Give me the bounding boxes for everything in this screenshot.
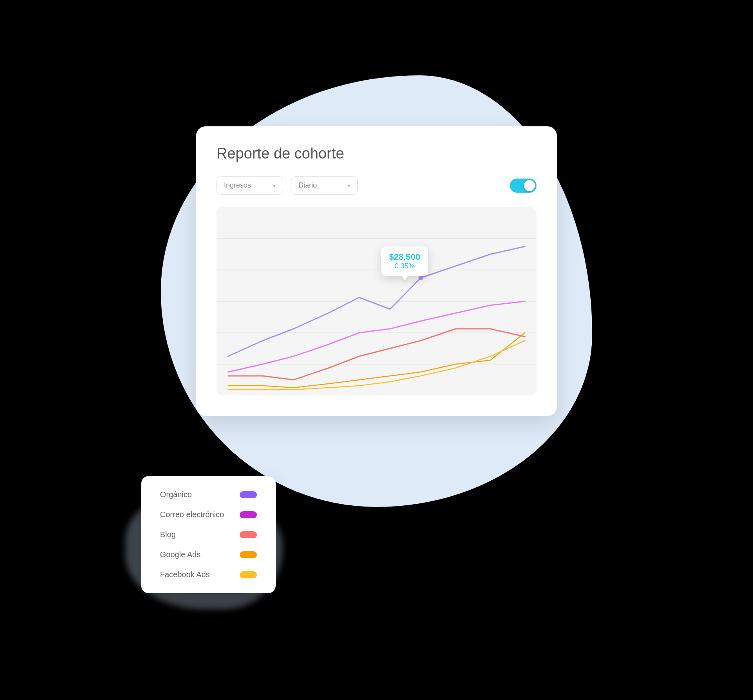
ingresos-label: Ingresos [224, 181, 251, 190]
google-ads-line [228, 333, 525, 388]
legend-item-blog: Blog [160, 530, 257, 539]
chevron-down-icon: ▾ [273, 182, 276, 189]
legend-label-correo: Correo electrónico [160, 510, 224, 519]
legend-item-correo: Correo electrónico [160, 510, 257, 519]
tooltip-value: $28,500 [389, 252, 420, 262]
legend-card: Orgánico Correo electrónico Blog Google … [141, 476, 276, 593]
legend-color-blog [240, 531, 257, 538]
legend-item-facebook-ads: Facebook Ads [160, 570, 257, 579]
tooltip-percent: 0.35% [389, 262, 420, 270]
facebook-ads-line [228, 341, 525, 390]
chart-svg [216, 207, 537, 396]
diario-label: Diario [298, 181, 317, 190]
controls-row: Ingresos ▾ Diario ▾ [216, 176, 537, 195]
chevron-down-icon-2: ▾ [347, 182, 350, 189]
legend-label-organico: Orgánico [160, 490, 192, 499]
page-title: Reporte de cohorte [216, 145, 537, 162]
diario-dropdown[interactable]: Diario ▾ [291, 176, 358, 195]
legend-label-facebook-ads: Facebook Ads [160, 570, 210, 579]
main-card: Reporte de cohorte Ingresos ▾ Diario ▾ [196, 126, 557, 416]
legend-label-google-ads: Google Ads [160, 550, 200, 559]
legend-color-organico [240, 491, 257, 498]
legend-color-correo [240, 511, 257, 518]
tooltip-dot [418, 275, 423, 280]
legend-label-blog: Blog [160, 530, 176, 539]
legend-color-facebook-ads [240, 571, 257, 578]
legend-item-google-ads: Google Ads [160, 550, 257, 559]
toggle-knob [524, 180, 535, 191]
ingresos-dropdown[interactable]: Ingresos ▾ [216, 176, 283, 195]
chart-tooltip: $28,500 0.35% [381, 246, 428, 276]
chart-area: $28,500 0.35% [216, 207, 537, 396]
legend-item-organico: Orgánico [160, 490, 257, 499]
toggle-switch[interactable] [510, 179, 537, 193]
legend-color-google-ads [240, 551, 257, 558]
